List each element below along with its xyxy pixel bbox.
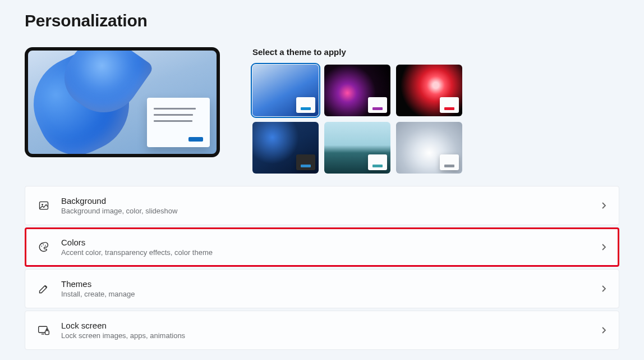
desktop-preview (25, 47, 220, 157)
settings-row-themes[interactable]: ThemesInstall, create, manage (25, 269, 619, 308)
header-row: Select a theme to apply (25, 47, 619, 174)
settings-row-background[interactable]: BackgroundBackground image, color, slide… (25, 186, 619, 225)
themes-icon (38, 282, 50, 295)
theme-accent-swatch (444, 165, 454, 167)
lockscreen-icon (38, 324, 50, 336)
themes-block: Select a theme to apply (252, 47, 619, 174)
svg-point-1 (42, 204, 43, 206)
colors-icon (38, 241, 50, 253)
settings-row-colors[interactable]: ColorsAccent color, transparency effects… (25, 227, 619, 267)
theme-tile-dark-red[interactable] (396, 65, 462, 116)
theme-mini-window (440, 97, 459, 113)
bloom-decor (25, 47, 151, 157)
chevron-right-icon (601, 326, 606, 334)
row-subtitle: Install, create, manage (61, 290, 601, 298)
background-icon (38, 199, 50, 212)
svg-point-4 (45, 245, 46, 246)
row-title: Background (61, 196, 601, 206)
theme-tile-windows-light[interactable] (252, 65, 319, 116)
themes-heading: Select a theme to apply (252, 47, 619, 57)
theme-accent-swatch (301, 165, 311, 167)
settings-list: BackgroundBackground image, color, slide… (25, 186, 619, 350)
row-title: Colors (61, 238, 601, 247)
theme-grid (252, 65, 619, 174)
chevron-right-icon (601, 243, 606, 251)
theme-mini-window (368, 97, 387, 113)
row-title: Themes (61, 279, 601, 289)
preview-window (147, 98, 210, 147)
svg-point-3 (43, 244, 44, 245)
theme-tile-horizon[interactable] (324, 122, 390, 174)
theme-mini-window (368, 154, 387, 170)
theme-tile-gray-swirl[interactable] (396, 122, 462, 174)
page-title: Personalization (25, 11, 619, 30)
row-subtitle: Accent color, transparency effects, colo… (61, 248, 601, 257)
theme-accent-swatch (372, 107, 383, 110)
svg-rect-6 (45, 331, 49, 335)
theme-mini-window (440, 154, 459, 170)
theme-accent-swatch (301, 107, 311, 110)
theme-mini-window (296, 154, 315, 170)
row-subtitle: Lock screen images, apps, animations (61, 331, 601, 340)
chevron-right-icon (601, 285, 606, 293)
settings-row-lockscreen[interactable]: Lock screenLock screen images, apps, ani… (25, 311, 619, 350)
theme-mini-window (296, 97, 315, 113)
row-subtitle: Background image, color, slideshow (61, 207, 601, 215)
theme-tile-dark-purple[interactable] (324, 65, 390, 116)
theme-accent-swatch (372, 165, 383, 167)
theme-tile-windows-dark[interactable] (252, 122, 319, 174)
preview-accent (188, 137, 203, 142)
svg-point-2 (41, 246, 42, 247)
theme-accent-swatch (444, 107, 454, 110)
row-title: Lock screen (61, 321, 601, 330)
chevron-right-icon (601, 202, 606, 209)
